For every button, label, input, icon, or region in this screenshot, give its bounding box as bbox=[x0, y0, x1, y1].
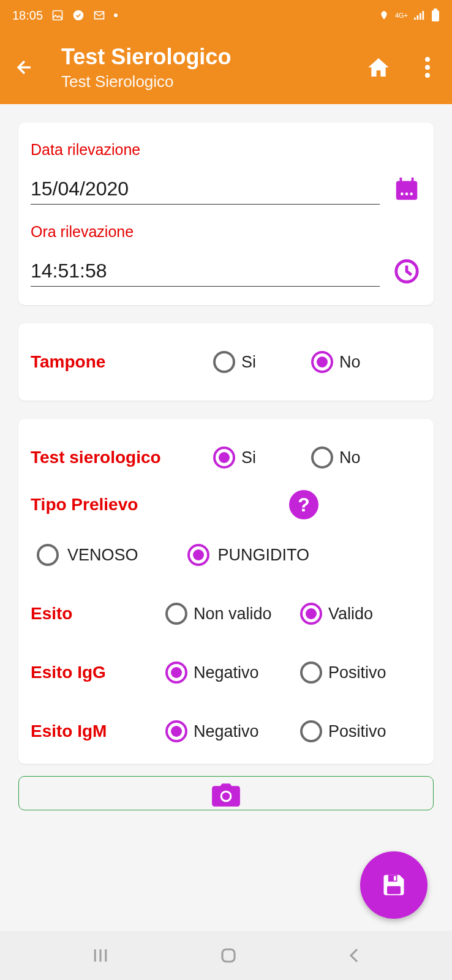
tampone-si[interactable]: Si bbox=[213, 351, 305, 373]
esito-non-valido[interactable]: Non valido bbox=[165, 603, 294, 625]
esito-igg-negativo[interactable]: Negativo bbox=[165, 662, 294, 684]
radio-icon bbox=[311, 351, 333, 373]
battery-icon bbox=[431, 9, 440, 22]
svg-rect-22 bbox=[394, 876, 396, 880]
radio-label: Negativo bbox=[194, 663, 259, 682]
svg-rect-4 bbox=[417, 15, 419, 20]
svg-rect-7 bbox=[434, 9, 437, 10]
home-button[interactable] bbox=[366, 55, 391, 80]
svg-point-20 bbox=[222, 793, 230, 801]
radio-label: No bbox=[339, 353, 361, 372]
recents-button[interactable] bbox=[91, 946, 110, 965]
date-input[interactable] bbox=[31, 174, 380, 205]
calendar-icon[interactable] bbox=[392, 175, 421, 204]
test-siero-card: Test sierologico Si No Tipo Prelievo ? bbox=[18, 419, 434, 764]
radio-label: No bbox=[339, 448, 361, 467]
esito-igg-positivo[interactable]: Positivo bbox=[300, 662, 410, 684]
svg-point-10 bbox=[425, 65, 430, 70]
svg-rect-23 bbox=[387, 886, 401, 894]
radio-icon bbox=[300, 720, 322, 742]
save-icon bbox=[380, 872, 407, 899]
home-nav-button[interactable] bbox=[219, 946, 238, 965]
tipo-pungidito[interactable]: PUNGIDITO bbox=[187, 544, 310, 566]
test-siero-no[interactable]: No bbox=[311, 447, 421, 469]
radio-icon bbox=[300, 662, 322, 684]
radio-label: VENOSO bbox=[67, 546, 138, 565]
esito-igm-negativo[interactable]: Negativo bbox=[165, 720, 294, 742]
esito-igg-label: Esito IgG bbox=[31, 663, 159, 682]
radio-icon bbox=[165, 662, 187, 684]
svg-point-11 bbox=[425, 73, 430, 78]
tampone-card: Tampone Si No bbox=[18, 323, 434, 401]
camera-button[interactable] bbox=[18, 776, 434, 810]
radio-label: Si bbox=[241, 448, 256, 467]
time-label: Ora rilevazione bbox=[31, 223, 421, 241]
esito-igm-label: Esito IgM bbox=[31, 722, 159, 741]
time-input[interactable] bbox=[31, 256, 380, 287]
radio-icon bbox=[165, 603, 187, 625]
tipo-venoso[interactable]: VENOSO bbox=[37, 544, 138, 566]
datetime-card: Data rilevazione Ora rilevazione bbox=[18, 123, 434, 305]
tampone-label: Tampone bbox=[31, 352, 207, 372]
status-time: 18:05 bbox=[12, 9, 43, 23]
clock-icon[interactable] bbox=[392, 257, 421, 286]
radio-icon bbox=[165, 720, 187, 742]
radio-label: Valido bbox=[328, 605, 373, 624]
location-icon bbox=[379, 10, 389, 20]
help-button[interactable]: ? bbox=[289, 490, 318, 519]
system-nav-bar bbox=[0, 931, 452, 980]
test-siero-label: Test sierologico bbox=[31, 448, 207, 467]
radio-icon bbox=[213, 351, 235, 373]
camera-icon bbox=[211, 783, 241, 810]
back-nav-button[interactable] bbox=[347, 946, 361, 965]
radio-icon bbox=[213, 447, 235, 469]
svg-point-16 bbox=[405, 192, 409, 195]
esito-label: Esito bbox=[31, 604, 159, 624]
mail-icon bbox=[93, 9, 105, 21]
signal-icon bbox=[414, 10, 425, 20]
svg-point-17 bbox=[410, 192, 413, 195]
radio-icon bbox=[300, 603, 322, 625]
radio-label: PUNGIDITO bbox=[218, 546, 310, 565]
test-siero-si[interactable]: Si bbox=[213, 447, 305, 469]
svg-rect-12 bbox=[396, 181, 418, 200]
radio-label: Si bbox=[241, 353, 256, 372]
app-header: Test Sierologico Test Sierologico bbox=[0, 31, 452, 104]
more-button[interactable] bbox=[415, 55, 440, 80]
status-bar: 18:05 4G+ bbox=[0, 0, 452, 31]
svg-rect-5 bbox=[420, 13, 421, 20]
radio-icon bbox=[311, 447, 333, 469]
tampone-no[interactable]: No bbox=[311, 351, 421, 373]
esito-igm-positivo[interactable]: Positivo bbox=[300, 720, 410, 742]
radio-label: Positivo bbox=[328, 663, 386, 682]
esito-valido[interactable]: Valido bbox=[300, 603, 410, 625]
radio-icon bbox=[187, 544, 209, 566]
svg-rect-14 bbox=[412, 178, 414, 184]
image-icon bbox=[51, 9, 64, 21]
svg-rect-13 bbox=[400, 178, 402, 184]
svg-point-9 bbox=[425, 57, 430, 62]
radio-label: Positivo bbox=[328, 722, 386, 741]
svg-rect-0 bbox=[53, 11, 62, 20]
back-button[interactable] bbox=[12, 55, 37, 80]
check-circle-icon bbox=[72, 9, 85, 21]
svg-point-15 bbox=[401, 192, 404, 195]
network-label: 4G+ bbox=[395, 12, 408, 19]
page-subtitle: Test Sierologico bbox=[61, 72, 366, 91]
tipo-label: Tipo Prelievo bbox=[31, 495, 138, 514]
radio-icon bbox=[37, 544, 59, 566]
notification-dot-icon bbox=[114, 13, 118, 17]
radio-label: Non valido bbox=[194, 605, 272, 624]
radio-label: Negativo bbox=[194, 722, 259, 741]
page-title: Test Sierologico bbox=[61, 44, 366, 70]
svg-rect-27 bbox=[222, 949, 235, 962]
svg-rect-8 bbox=[432, 10, 439, 21]
save-fab[interactable] bbox=[360, 851, 428, 919]
date-label: Data rilevazione bbox=[31, 141, 421, 159]
svg-rect-6 bbox=[423, 11, 424, 20]
svg-point-1 bbox=[73, 10, 84, 21]
svg-rect-3 bbox=[414, 18, 416, 20]
